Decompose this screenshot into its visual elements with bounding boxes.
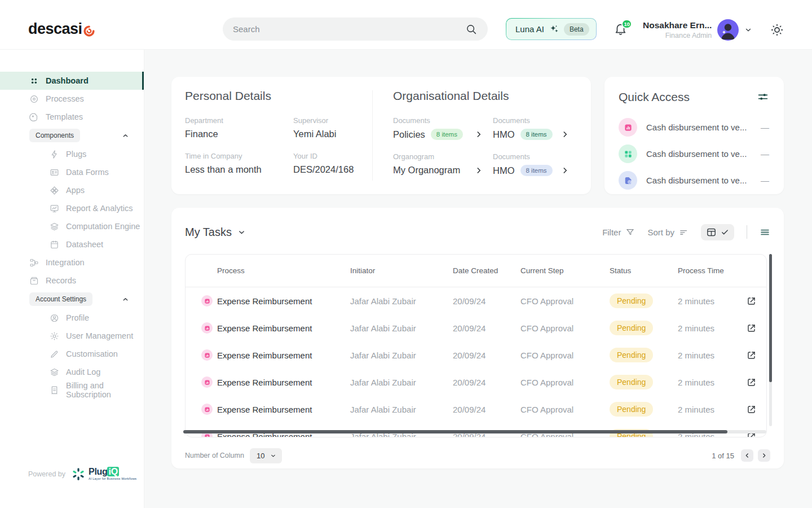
sidebar-item-billing[interactable]: Billing and Subscription xyxy=(0,381,144,399)
sun-icon xyxy=(770,23,784,37)
search-icon[interactable] xyxy=(465,23,478,36)
process-icon xyxy=(201,349,213,361)
open-task-icon[interactable] xyxy=(746,404,757,415)
account-settings-section-label: Account Settings xyxy=(29,292,92,306)
components-section-label: Components xyxy=(29,129,80,142)
dashboard-icon xyxy=(29,76,39,86)
chevron-up-icon xyxy=(122,132,129,139)
table-row[interactable]: Expense Reimbursement Jafar Alabi Zubair… xyxy=(186,396,766,423)
notification-count-badge: 10 xyxy=(621,19,632,29)
quick-access-item[interactable]: Cash disbursement to ve... — xyxy=(604,141,784,167)
table-row[interactable]: Expense Reimbursement Jafar Alabi Zubair… xyxy=(186,341,766,369)
process-icon xyxy=(201,295,213,306)
sidebar-item-data-forms[interactable]: Data Forms xyxy=(0,163,144,181)
apps-icon xyxy=(50,186,59,195)
powered-by: Powered by PlugiQ AI Layer for Business … xyxy=(28,467,136,481)
quick-access-card: Quick Access Cash disbursement to ve... … xyxy=(604,77,784,194)
profile-icon xyxy=(50,313,59,323)
sidebar-item-label: Plugs xyxy=(66,150,86,159)
sidebar-item-templates[interactable]: Templates xyxy=(0,108,144,126)
sidebar-item-datasheet[interactable]: Datasheet xyxy=(0,235,144,253)
sidebar-item-processes[interactable]: Processes xyxy=(0,90,144,108)
horizontal-scrollbar-thumb[interactable] xyxy=(183,430,727,433)
org-item-hmo-1[interactable]: Documents HMO 8 items xyxy=(493,116,579,140)
org-item-hmo-2[interactable]: Documents HMO 8 items xyxy=(493,152,579,176)
search-input[interactable] xyxy=(233,24,465,34)
chevron-down-icon xyxy=(270,453,276,459)
open-task-icon[interactable] xyxy=(746,377,757,388)
card-divider xyxy=(372,90,373,181)
chevron-down-icon[interactable] xyxy=(744,26,752,34)
sidebar-item-customisation[interactable]: Customisation xyxy=(0,345,144,363)
notifications-button[interactable]: 10 xyxy=(614,21,628,37)
process-icon xyxy=(201,376,213,388)
details-card: Personal Details Department Finance Supe… xyxy=(171,77,591,194)
sidebar-item-plugs[interactable]: Plugs xyxy=(0,145,144,163)
logo-text: descasi xyxy=(28,20,82,38)
quick-access-item[interactable]: Cash disbursement to ve... — xyxy=(604,167,784,194)
filter-button[interactable]: Filter xyxy=(602,227,635,237)
avatar[interactable] xyxy=(717,19,739,41)
column-header: Process Time xyxy=(678,266,746,275)
sidebar-item-profile[interactable]: Profile xyxy=(0,309,144,327)
sidebar-item-label: Data Forms xyxy=(66,168,109,177)
vertical-scrollbar[interactable] xyxy=(769,254,772,426)
quick-access-title: Quick Access xyxy=(619,90,690,104)
sidebar-item-report-analytics[interactable]: Report & Analytics xyxy=(0,199,144,217)
menu-icon[interactable] xyxy=(760,227,770,238)
sidebar-item-records[interactable]: Records xyxy=(0,271,144,290)
billing-icon xyxy=(50,386,59,395)
sliders-icon[interactable] xyxy=(757,91,769,103)
dash-action[interactable]: — xyxy=(761,122,769,132)
vertical-scrollbar-thumb[interactable] xyxy=(769,254,772,382)
luna-ai-button[interactable]: Luna AI Beta xyxy=(506,18,597,40)
user-role: Finance Admin xyxy=(643,32,712,40)
chevron-right-icon[interactable] xyxy=(561,130,569,138)
org-item-policies[interactable]: Documents Policies 8 items xyxy=(393,116,493,140)
view-toggle-button[interactable] xyxy=(701,224,734,240)
sidebar-item-apps[interactable]: Apps xyxy=(0,181,144,199)
sidebar-item-label: Templates xyxy=(46,112,83,121)
open-task-icon[interactable] xyxy=(746,323,757,334)
sidebar-item-integration[interactable]: Integration xyxy=(0,253,144,271)
app-logo: descasi xyxy=(28,20,95,38)
table-row[interactable]: Expense Reimbursement Jafar Alabi Zubair… xyxy=(186,287,766,314)
tasks-title-dropdown[interactable]: My Tasks xyxy=(185,226,246,239)
user-menu[interactable]: Nosakhare Ern... Finance Admin xyxy=(643,19,752,41)
theme-toggle-button[interactable] xyxy=(770,23,784,37)
horizontal-scrollbar[interactable] xyxy=(183,430,766,433)
chevron-right-icon[interactable] xyxy=(561,167,569,174)
chevron-up-icon xyxy=(122,296,129,303)
dash-action[interactable]: — xyxy=(761,176,769,185)
table-row[interactable]: Expense Reimbursement Jafar Alabi Zubair… xyxy=(186,314,766,341)
sidebar-item-label: Processes xyxy=(46,94,84,103)
search-bar[interactable] xyxy=(223,17,488,41)
previous-page-button[interactable] xyxy=(741,449,753,462)
columns-count-select[interactable]: 10 xyxy=(250,448,282,463)
chart-icon xyxy=(619,118,637,137)
open-task-icon[interactable] xyxy=(746,296,757,306)
org-item-organogram[interactable]: Organogram My Organogram xyxy=(393,152,493,176)
quick-access-item[interactable]: Cash disbursement to ve... — xyxy=(604,114,784,141)
file-clock-icon xyxy=(619,171,637,190)
chevron-right-icon[interactable] xyxy=(475,130,483,138)
next-page-button[interactable] xyxy=(758,449,770,462)
sidebar-item-computation-engine[interactable]: Computation Engine xyxy=(0,217,144,235)
account-settings-section-toggle[interactable]: Account Settings xyxy=(0,290,144,309)
tasks-table: Process Initiator Date Created Current S… xyxy=(185,254,767,437)
sidebar-item-audit-log[interactable]: Audit Log xyxy=(0,363,144,381)
components-section-toggle[interactable]: Components xyxy=(0,126,144,145)
chevron-right-icon[interactable] xyxy=(475,167,483,174)
sort-button[interactable]: Sort by xyxy=(647,227,689,237)
luna-ai-label: Luna AI xyxy=(515,24,544,34)
computation-engine-icon xyxy=(50,222,59,231)
table-row[interactable]: Expense Reimbursement Jafar Alabi Zubair… xyxy=(186,369,766,396)
sidebar-item-label: Integration xyxy=(46,258,85,267)
organisational-details-title: Organisational Details xyxy=(393,89,579,103)
dash-action[interactable]: — xyxy=(761,149,769,159)
sidebar-item-dashboard[interactable]: Dashboard xyxy=(0,72,144,90)
field-time-in-company: Time in Company Less than a month xyxy=(185,152,293,175)
sparkles-icon xyxy=(549,24,559,34)
open-task-icon[interactable] xyxy=(746,350,757,361)
sidebar-item-user-management[interactable]: User Management xyxy=(0,327,144,345)
